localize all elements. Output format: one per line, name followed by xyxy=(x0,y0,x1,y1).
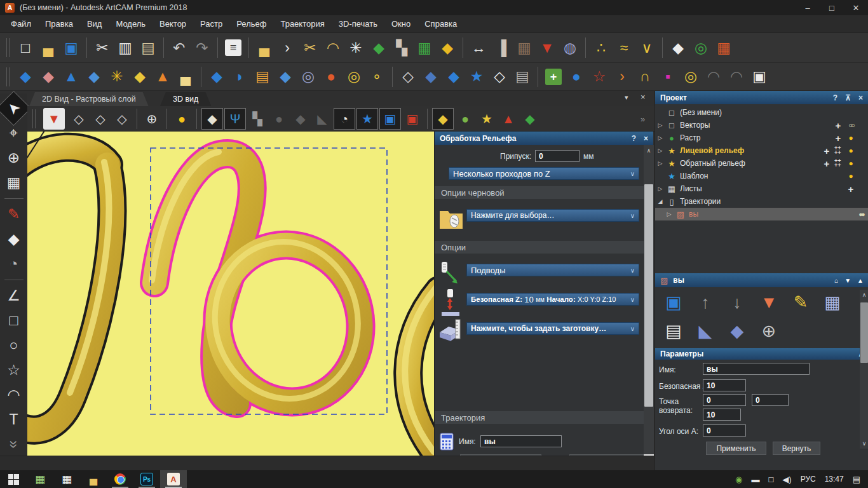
plane-half[interactable]: ◗ xyxy=(228,64,251,90)
two-dots[interactable]: ∘ xyxy=(365,64,388,90)
leads-icon[interactable] xyxy=(440,261,461,288)
calculate-icon[interactable]: ▦ xyxy=(817,290,848,315)
relief-fire[interactable]: ▲ xyxy=(151,64,174,90)
3d-view-canvas[interactable] xyxy=(27,132,434,456)
cards-green[interactable]: ▦ xyxy=(413,35,436,60)
add-icon[interactable]: + xyxy=(822,158,832,168)
more-tools[interactable]: » xyxy=(1,432,26,457)
pin-icon[interactable]: ⊼ xyxy=(845,93,851,102)
app-photoshop[interactable]: Ps xyxy=(133,470,160,488)
combine-shapes[interactable]: ◎ xyxy=(679,64,702,90)
save-file[interactable]: ▣ xyxy=(60,35,83,60)
stack-raise[interactable]: ◆ xyxy=(274,64,297,90)
name-input[interactable] xyxy=(703,363,810,375)
relief-ribbon[interactable]: ◆ xyxy=(37,64,60,90)
menu-file[interactable]: Файл xyxy=(4,15,38,33)
safe-z-dropdown[interactable]: Безопасная Z: 10 мм Начало: X:0 Y:0 Z:10… xyxy=(466,293,639,306)
undo[interactable]: ↶ xyxy=(168,35,191,60)
simulate-toolpath-icon[interactable]: ◣ xyxy=(689,318,721,344)
menu-view[interactable]: Вид xyxy=(80,15,109,33)
folder-star[interactable]: ▄ xyxy=(253,35,276,60)
eraser-tool[interactable]: ◆ xyxy=(1,227,26,252)
menu-3dprint[interactable]: 3D-печать xyxy=(332,15,384,33)
home-x-input[interactable] xyxy=(703,394,746,406)
star-relief[interactable]: ★ xyxy=(465,64,488,90)
app-artcam[interactable]: A xyxy=(160,470,187,488)
expand-icon[interactable]: ▷ xyxy=(655,122,665,128)
tree-item-model[interactable]: □ (Без имени) xyxy=(655,106,858,119)
stock-icon[interactable] xyxy=(438,318,464,349)
edit-toolpath-icon[interactable]: ✎ xyxy=(785,290,817,315)
nvidia-icon[interactable]: ◉ xyxy=(735,475,742,484)
z-passes-dropdown[interactable]: Несколько проходов по Z ∨ xyxy=(449,167,639,180)
tile-arrange[interactable]: ▦ xyxy=(712,35,735,60)
allowance-input[interactable] xyxy=(535,150,580,162)
app-calculator[interactable]: ▦ xyxy=(53,470,80,488)
wedge-blue[interactable]: ◆ xyxy=(419,64,442,90)
stock-dropdown[interactable]: Нажмите, чтобы задать заготовку… ∨ xyxy=(466,322,639,335)
scroll-down-icon[interactable]: ∨ xyxy=(860,438,868,449)
new-file[interactable]: □ xyxy=(14,35,37,60)
draw-plane-toggle[interactable]: ◆ xyxy=(201,108,223,130)
revert-button[interactable]: Вернуть xyxy=(773,442,820,455)
relief-blue[interactable]: ◆ xyxy=(14,64,37,90)
tree-item-raster[interactable]: ▷ ● Растр +● xyxy=(655,132,858,144)
move-down-icon[interactable]: ↓ xyxy=(721,290,753,315)
tree-item-template[interactable]: ★ Шаблон ● xyxy=(655,170,858,182)
notes[interactable]: ≡ xyxy=(225,39,241,56)
bulb-off-icon[interactable]: ○○ xyxy=(846,120,856,130)
menu-model[interactable]: Модель xyxy=(109,15,153,33)
safe-z-input[interactable] xyxy=(703,379,746,391)
ring-gem[interactable]: ◎ xyxy=(689,35,712,60)
zoom-tool[interactable]: ⊕ xyxy=(141,108,163,130)
delete-toolpath-icon[interactable]: ▼ xyxy=(753,290,785,315)
cut[interactable]: ✂ xyxy=(91,35,114,60)
arc-deform[interactable]: › xyxy=(611,64,634,90)
relief-weave[interactable]: ✳ xyxy=(105,64,128,90)
redo[interactable]: ↷ xyxy=(191,35,214,60)
dock-down-icon[interactable]: ▼ xyxy=(844,277,851,284)
apply-button[interactable]: Применить xyxy=(706,442,766,455)
cylinder-preview[interactable]: ● xyxy=(268,108,290,130)
letter-selected[interactable] xyxy=(152,152,375,416)
tab-3d-view[interactable]: 3D вид xyxy=(160,92,211,106)
relief-raise[interactable]: ▲ xyxy=(60,64,83,90)
polyline-nodes[interactable]: ∨ xyxy=(635,35,658,60)
polyline-tool[interactable]: ∠ xyxy=(1,283,26,308)
tool-select-dropdown[interactable]: Нажмите для выбора… ∨ xyxy=(466,209,639,222)
block-preview[interactable]: ◆ xyxy=(290,108,311,130)
ellipse-tool[interactable]: ○ xyxy=(1,333,26,358)
expand-icon[interactable]: ▷ xyxy=(655,160,665,166)
dome-relief[interactable]: ∩ xyxy=(634,64,656,90)
relief-folder[interactable]: ▄ xyxy=(174,64,197,90)
volume-icon[interactable]: ◀) xyxy=(782,475,791,484)
clock[interactable]: 13:47 xyxy=(825,475,844,484)
app-uninstaller[interactable]: ▦ xyxy=(27,470,53,488)
tool-folder-icon[interactable] xyxy=(438,205,464,231)
tab-menu-icon[interactable]: ▾ xyxy=(625,93,628,102)
bulb-icon[interactable]: ● xyxy=(846,146,856,156)
lamp[interactable]: ▼ xyxy=(536,35,559,60)
flower-vector[interactable]: ✳ xyxy=(344,35,367,60)
simulate-region[interactable]: ◔ xyxy=(334,108,355,130)
help-icon[interactable]: ? xyxy=(833,93,837,102)
dock-up-icon[interactable]: ▲ xyxy=(857,277,864,284)
menu-window[interactable]: Окно xyxy=(384,15,417,33)
add-grid-icon[interactable]: ++++ xyxy=(834,158,843,168)
expand-icon[interactable]: ◢ xyxy=(655,198,665,205)
resize-model[interactable]: ↔ xyxy=(467,35,490,60)
layer-stack[interactable]: ▤ xyxy=(511,64,534,90)
plane-blue[interactable]: ◆ xyxy=(205,64,228,90)
plate-hole[interactable]: ◎ xyxy=(342,64,365,90)
droplet-blue[interactable]: ● xyxy=(565,64,588,90)
gold-plane[interactable]: ◆ xyxy=(436,35,459,60)
open-file[interactable]: ▄ xyxy=(37,35,60,60)
home-z-input[interactable] xyxy=(703,409,741,421)
a-axis-input[interactable] xyxy=(703,424,746,437)
tree-item-toolpath-vy[interactable]: ▷ ▨ вы ●● xyxy=(655,208,868,220)
papers[interactable]: ▚ xyxy=(390,35,413,60)
save-toolpath-icon[interactable]: ▣ xyxy=(658,290,689,315)
menu-vector[interactable]: Вектор xyxy=(153,15,193,33)
safe-z-icon[interactable] xyxy=(440,289,461,320)
curve-gray1[interactable]: ◠ xyxy=(702,64,725,90)
